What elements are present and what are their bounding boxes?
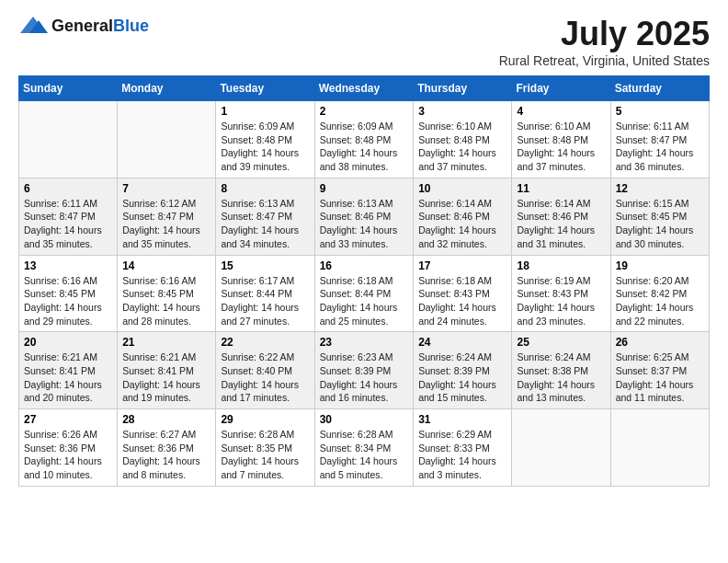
cell-info: Sunrise: 6:14 AMSunset: 8:46 PMDaylight:… — [517, 197, 605, 251]
cell-info: Sunrise: 6:24 AMSunset: 8:39 PMDaylight:… — [418, 350, 506, 405]
weekday-header: Wednesday — [314, 76, 414, 101]
calendar-week-row: 20Sunrise: 6:21 AMSunset: 8:41 PMDayligh… — [19, 332, 710, 409]
day-number: 25 — [517, 336, 605, 349]
cell-info: Sunrise: 6:13 AMSunset: 8:46 PMDaylight:… — [320, 197, 409, 251]
cell-info: Sunrise: 6:24 AMSunset: 8:38 PMDaylight:… — [517, 350, 605, 405]
calendar-cell: 18Sunrise: 6:19 AMSunset: 8:43 PMDayligh… — [512, 255, 610, 332]
cell-info: Sunrise: 6:14 AMSunset: 8:46 PMDaylight:… — [418, 197, 506, 251]
day-number: 12 — [616, 182, 704, 195]
cell-info: Sunrise: 6:22 AMSunset: 8:40 PMDaylight:… — [221, 350, 309, 405]
calendar-cell: 13Sunrise: 6:16 AMSunset: 8:45 PMDayligh… — [19, 255, 118, 332]
calendar-week-row: 27Sunrise: 6:26 AMSunset: 8:36 PMDayligh… — [19, 409, 710, 487]
cell-info: Sunrise: 6:09 AMSunset: 8:48 PMDaylight:… — [221, 120, 309, 174]
day-number: 10 — [418, 182, 506, 195]
cell-info: Sunrise: 6:12 AMSunset: 8:47 PMDaylight:… — [122, 197, 210, 251]
cell-info: Sunrise: 6:15 AMSunset: 8:45 PMDaylight:… — [616, 197, 704, 251]
cell-info: Sunrise: 6:29 AMSunset: 8:33 PMDaylight:… — [418, 428, 506, 482]
month-title: July 2025 — [499, 15, 710, 53]
day-number: 30 — [320, 413, 409, 426]
cell-info: Sunrise: 6:28 AMSunset: 8:35 PMDaylight:… — [221, 428, 309, 482]
logo: GeneralBlue — [18, 15, 149, 37]
day-number: 24 — [418, 336, 506, 349]
cell-info: Sunrise: 6:20 AMSunset: 8:42 PMDaylight:… — [616, 274, 704, 328]
day-number: 2 — [320, 105, 409, 118]
day-number: 11 — [517, 182, 605, 195]
day-number: 23 — [320, 336, 409, 349]
calendar-cell: 22Sunrise: 6:22 AMSunset: 8:40 PMDayligh… — [216, 332, 314, 409]
day-number: 15 — [221, 259, 309, 272]
cell-info: Sunrise: 6:18 AMSunset: 8:44 PMDaylight:… — [320, 274, 409, 328]
weekday-header: Monday — [118, 76, 216, 101]
day-number: 31 — [418, 413, 506, 426]
day-number: 22 — [221, 336, 309, 349]
weekday-header: Sunday — [19, 76, 118, 101]
calendar-cell: 3Sunrise: 6:10 AMSunset: 8:48 PMDaylight… — [414, 101, 512, 178]
day-number: 1 — [221, 105, 309, 118]
calendar-cell: 17Sunrise: 6:18 AMSunset: 8:43 PMDayligh… — [414, 255, 512, 332]
day-number: 21 — [122, 336, 210, 349]
calendar-week-row: 1Sunrise: 6:09 AMSunset: 8:48 PMDaylight… — [19, 101, 710, 178]
calendar-cell — [610, 409, 709, 487]
cell-info: Sunrise: 6:28 AMSunset: 8:34 PMDaylight:… — [320, 428, 409, 482]
day-number: 14 — [122, 259, 210, 272]
cell-info: Sunrise: 6:27 AMSunset: 8:36 PMDaylight:… — [122, 428, 210, 482]
cell-info: Sunrise: 6:23 AMSunset: 8:39 PMDaylight:… — [320, 350, 409, 405]
cell-info: Sunrise: 6:19 AMSunset: 8:43 PMDaylight:… — [517, 274, 605, 328]
weekday-header: Saturday — [610, 76, 709, 101]
calendar-cell: 21Sunrise: 6:21 AMSunset: 8:41 PMDayligh… — [118, 332, 216, 409]
calendar-cell: 1Sunrise: 6:09 AMSunset: 8:48 PMDaylight… — [216, 101, 314, 178]
cell-info: Sunrise: 6:18 AMSunset: 8:43 PMDaylight:… — [418, 274, 506, 328]
cell-info: Sunrise: 6:16 AMSunset: 8:45 PMDaylight:… — [24, 274, 112, 328]
day-number: 18 — [517, 259, 605, 272]
day-number: 17 — [418, 259, 506, 272]
location: Rural Retreat, Virginia, United States — [499, 53, 710, 68]
calendar-cell: 7Sunrise: 6:12 AMSunset: 8:47 PMDaylight… — [118, 178, 216, 255]
cell-info: Sunrise: 6:10 AMSunset: 8:48 PMDaylight:… — [418, 120, 506, 174]
weekday-header: Friday — [512, 76, 610, 101]
calendar-cell: 5Sunrise: 6:11 AMSunset: 8:47 PMDaylight… — [610, 101, 709, 178]
calendar-cell: 31Sunrise: 6:29 AMSunset: 8:33 PMDayligh… — [414, 409, 512, 487]
calendar-cell — [19, 101, 118, 178]
calendar-cell: 28Sunrise: 6:27 AMSunset: 8:36 PMDayligh… — [118, 409, 216, 487]
cell-info: Sunrise: 6:17 AMSunset: 8:44 PMDaylight:… — [221, 274, 309, 328]
calendar-cell: 30Sunrise: 6:28 AMSunset: 8:34 PMDayligh… — [314, 409, 414, 487]
weekday-header: Thursday — [414, 76, 512, 101]
cell-info: Sunrise: 6:09 AMSunset: 8:48 PMDaylight:… — [320, 120, 409, 174]
cell-info: Sunrise: 6:11 AMSunset: 8:47 PMDaylight:… — [24, 197, 112, 251]
cell-info: Sunrise: 6:11 AMSunset: 8:47 PMDaylight:… — [616, 120, 704, 174]
calendar-cell: 26Sunrise: 6:25 AMSunset: 8:37 PMDayligh… — [610, 332, 709, 409]
calendar-cell: 16Sunrise: 6:18 AMSunset: 8:44 PMDayligh… — [314, 255, 414, 332]
day-number: 13 — [24, 259, 112, 272]
cell-info: Sunrise: 6:21 AMSunset: 8:41 PMDaylight:… — [122, 350, 210, 405]
calendar-cell — [118, 101, 216, 178]
day-number: 6 — [24, 182, 112, 195]
logo-blue: Blue — [113, 17, 149, 35]
cell-info: Sunrise: 6:25 AMSunset: 8:37 PMDaylight:… — [616, 350, 704, 405]
calendar-cell: 11Sunrise: 6:14 AMSunset: 8:46 PMDayligh… — [512, 178, 610, 255]
calendar-cell: 4Sunrise: 6:10 AMSunset: 8:48 PMDaylight… — [512, 101, 610, 178]
day-number: 28 — [122, 413, 210, 426]
calendar-header-row: SundayMondayTuesdayWednesdayThursdayFrid… — [19, 76, 710, 101]
cell-info: Sunrise: 6:13 AMSunset: 8:47 PMDaylight:… — [221, 197, 309, 251]
calendar-cell: 2Sunrise: 6:09 AMSunset: 8:48 PMDaylight… — [314, 101, 414, 178]
calendar-week-row: 6Sunrise: 6:11 AMSunset: 8:47 PMDaylight… — [19, 178, 710, 255]
calendar-cell: 9Sunrise: 6:13 AMSunset: 8:46 PMDaylight… — [314, 178, 414, 255]
calendar-cell: 12Sunrise: 6:15 AMSunset: 8:45 PMDayligh… — [610, 178, 709, 255]
day-number: 7 — [122, 182, 210, 195]
calendar-cell: 6Sunrise: 6:11 AMSunset: 8:47 PMDaylight… — [19, 178, 118, 255]
calendar-cell: 14Sunrise: 6:16 AMSunset: 8:45 PMDayligh… — [118, 255, 216, 332]
day-number: 8 — [221, 182, 309, 195]
day-number: 4 — [517, 105, 605, 118]
day-number: 9 — [320, 182, 409, 195]
cell-info: Sunrise: 6:21 AMSunset: 8:41 PMDaylight:… — [24, 350, 112, 405]
calendar-cell: 15Sunrise: 6:17 AMSunset: 8:44 PMDayligh… — [216, 255, 314, 332]
calendar-cell: 25Sunrise: 6:24 AMSunset: 8:38 PMDayligh… — [512, 332, 610, 409]
logo-general: General — [51, 17, 113, 35]
day-number: 16 — [320, 259, 409, 272]
calendar-cell: 19Sunrise: 6:20 AMSunset: 8:42 PMDayligh… — [610, 255, 709, 332]
title-area: July 2025 Rural Retreat, Virginia, Unite… — [499, 15, 710, 68]
day-number: 27 — [24, 413, 112, 426]
calendar-cell: 27Sunrise: 6:26 AMSunset: 8:36 PMDayligh… — [19, 409, 118, 487]
cell-info: Sunrise: 6:16 AMSunset: 8:45 PMDaylight:… — [122, 274, 210, 328]
calendar-cell: 20Sunrise: 6:21 AMSunset: 8:41 PMDayligh… — [19, 332, 118, 409]
